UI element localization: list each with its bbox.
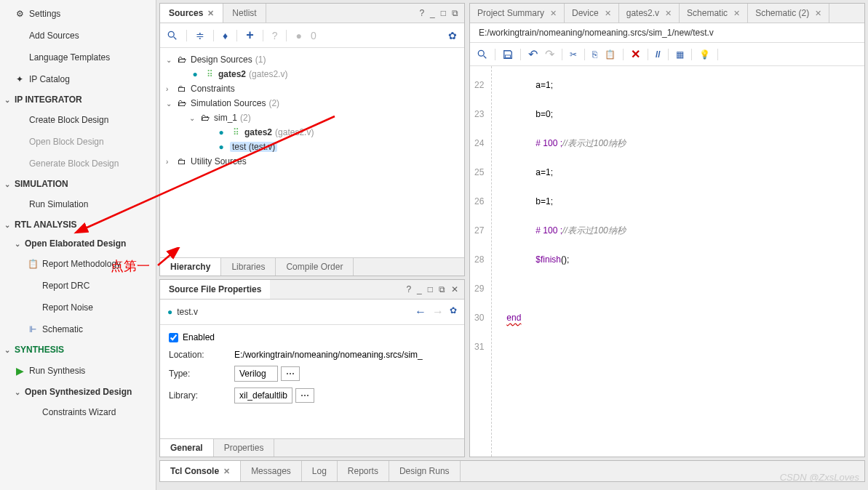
cut-icon[interactable]: ✂ xyxy=(570,49,577,60)
nav-open-block[interactable]: Open Block Design xyxy=(0,131,156,153)
undo-icon[interactable]: ↶ xyxy=(528,47,538,61)
nav-report-drc[interactable]: Report DRC xyxy=(0,275,156,297)
nav-run-synthesis[interactable]: ▶Run Synthesis xyxy=(0,359,156,382)
btab-compile[interactable]: Compile Order xyxy=(276,258,354,276)
minimize-icon[interactable]: _ xyxy=(417,284,422,294)
ctab-reports[interactable]: Reports xyxy=(338,461,389,481)
close-icon[interactable]: ✕ xyxy=(815,9,821,18)
close-icon[interactable]: ✕ xyxy=(207,9,214,18)
nav-settings[interactable]: ⚙Settings xyxy=(0,3,156,25)
close-icon[interactable]: ✕ xyxy=(451,284,458,294)
nav-run-simulation[interactable]: Run Simulation xyxy=(0,193,156,215)
gear-icon[interactable]: ✿ xyxy=(450,305,457,318)
chevron-down-icon: ⌄ xyxy=(15,388,22,396)
bulb-icon[interactable]: 💡 xyxy=(699,49,710,60)
play-icon: ▶ xyxy=(13,365,26,377)
nav-report-methodology[interactable]: 📋Report Methodology xyxy=(0,253,156,275)
svg-line-1 xyxy=(174,36,177,39)
location-value: E:/workingtrain/nomeaning/nomeaning.srcs… xyxy=(234,350,455,360)
svg-rect-4 xyxy=(506,55,511,57)
add-icon[interactable]: + xyxy=(246,28,254,43)
nav-constraints-wizard[interactable]: Constraints Wizard xyxy=(0,401,156,423)
copy-icon[interactable]: ⎘ xyxy=(592,49,597,60)
sources-toolbar: ≑ ♦ + ? ● 0 ✿ xyxy=(160,23,464,48)
ctab-runs[interactable]: Design Runs xyxy=(389,461,461,481)
ctab-tcl[interactable]: Tcl Console✕ xyxy=(160,461,241,481)
btab-hierarchy[interactable]: Hierarchy xyxy=(160,258,221,276)
tree-gates2-design[interactable]: ●⠿gates2(gates2.v) xyxy=(163,67,461,81)
tree-design-sources[interactable]: ⌄🗁Design Sources(1) xyxy=(163,52,461,67)
flow-navigator[interactable]: ⚙Settings Add Sources Language Templates… xyxy=(0,0,156,490)
nav-rtl-header[interactable]: ⌄RTL ANALYSIS xyxy=(0,215,156,234)
svg-point-2 xyxy=(478,50,484,56)
tree-utility[interactable]: ›🗀Utility Sources xyxy=(163,154,461,169)
library-browse[interactable]: ⋯ xyxy=(295,388,314,403)
search-icon[interactable] xyxy=(167,31,178,41)
code-editor[interactable]: 22 23 24 25 26 27 28 29 30 31 a=1; b=0; xyxy=(470,66,864,457)
close-icon[interactable]: ✕ xyxy=(665,9,672,18)
settings-gear-icon[interactable]: ✿ xyxy=(448,30,457,41)
help-icon[interactable]: ? xyxy=(406,284,411,294)
location-label: Location: xyxy=(169,350,234,360)
nav-simulation-header[interactable]: ⌄SIMULATION xyxy=(0,174,156,193)
nav-open-elaborated[interactable]: ⌄Open Elaborated Design xyxy=(0,234,156,253)
restore-icon[interactable]: ⧉ xyxy=(439,284,445,294)
ctab-messages[interactable]: Messages xyxy=(241,461,302,481)
close-icon[interactable]: ✕ xyxy=(605,9,611,18)
comment-icon[interactable]: // xyxy=(656,49,661,60)
nav-add-sources[interactable]: Add Sources xyxy=(0,25,156,47)
minimize-icon[interactable]: _ xyxy=(430,8,435,18)
etab-device[interactable]: Device✕ xyxy=(565,4,619,23)
save-icon[interactable] xyxy=(503,49,513,60)
folder-icon: 🗀 xyxy=(176,84,188,94)
type-input[interactable] xyxy=(234,366,278,382)
tab-netlist[interactable]: Netlist xyxy=(223,4,266,23)
etab-gates2[interactable]: gates2.v✕ xyxy=(619,4,680,23)
tab-sources[interactable]: Sources✕ xyxy=(160,4,223,23)
maximize-icon[interactable]: □ xyxy=(428,284,433,294)
tree-constraints[interactable]: ›🗀Constraints xyxy=(163,81,461,96)
line-gutter: 22 23 24 25 26 27 28 29 30 31 xyxy=(470,66,492,457)
code-lines[interactable]: a=1; b=0; # 100 ;//表示过100纳秒 a=1; b=1; # … xyxy=(492,66,625,457)
nav-language-templates[interactable]: Language Templates xyxy=(0,47,156,68)
columns-icon[interactable]: ▦ xyxy=(676,49,684,60)
etab-schematic2[interactable]: Schematic (2)✕ xyxy=(748,4,829,23)
etab-summary[interactable]: Project Summary✕ xyxy=(470,4,565,23)
back-icon[interactable]: ← xyxy=(415,305,426,318)
enabled-checkbox[interactable]: Enabled xyxy=(169,332,455,342)
tree-test-file[interactable]: ●test (test.v) xyxy=(163,140,461,154)
tree-gates2-sim[interactable]: ●⠿gates2(gates2.v) xyxy=(163,125,461,140)
tree-sim1[interactable]: ⌄🗁sim_1(2) xyxy=(163,111,461,125)
nav-open-synthesized[interactable]: ⌄Open Synthesized Design xyxy=(0,382,156,401)
search-icon[interactable] xyxy=(477,49,487,60)
nav-synthesis-header[interactable]: ⌄SYNTHESIS xyxy=(0,340,156,359)
nav-ip-catalog[interactable]: ✦IP Catalog xyxy=(0,68,156,90)
close-icon[interactable]: ✕ xyxy=(550,9,557,18)
file-path: E:/workingtrain/nomeaning/nomeaning.srcs… xyxy=(470,23,864,43)
tree-sim-sources[interactable]: ⌄🗁Simulation Sources(2) xyxy=(163,96,461,111)
ptab-properties[interactable]: Properties xyxy=(214,439,275,457)
sort-icon[interactable]: ♦ xyxy=(223,30,228,41)
btab-libraries[interactable]: Libraries xyxy=(221,258,276,276)
nav-generate-block[interactable]: Generate Block Design xyxy=(0,153,156,174)
chevron-down-icon: ⌄ xyxy=(15,240,22,248)
nav-create-block[interactable]: Create Block Design xyxy=(0,109,156,131)
etab-schematic[interactable]: Schematic✕ xyxy=(680,4,748,23)
restore-icon[interactable]: ⧉ xyxy=(452,8,458,18)
close-icon[interactable]: ✕ xyxy=(733,9,740,18)
chevron-down-icon: ⌄ xyxy=(4,221,12,229)
help-icon[interactable]: ? xyxy=(419,8,424,18)
type-browse[interactable]: ⋯ xyxy=(281,366,300,381)
nav-report-noise[interactable]: Report Noise xyxy=(0,297,156,318)
maximize-icon[interactable]: □ xyxy=(441,8,446,18)
paste-icon[interactable]: 📋 xyxy=(605,49,616,60)
library-input[interactable] xyxy=(234,387,292,403)
sources-tree[interactable]: ⌄🗁Design Sources(1) ●⠿gates2(gates2.v) ›… xyxy=(160,48,464,257)
delete-icon[interactable]: ✕ xyxy=(631,47,640,61)
close-icon[interactable]: ✕ xyxy=(223,467,230,476)
ptab-general[interactable]: General xyxy=(160,439,214,457)
nav-schematic[interactable]: ⊩Schematic xyxy=(0,318,156,340)
ctab-log[interactable]: Log xyxy=(302,461,338,481)
nav-ip-integrator-header[interactable]: ⌄IP INTEGRATOR xyxy=(0,90,156,109)
collapse-icon[interactable]: ≑ xyxy=(196,30,204,41)
